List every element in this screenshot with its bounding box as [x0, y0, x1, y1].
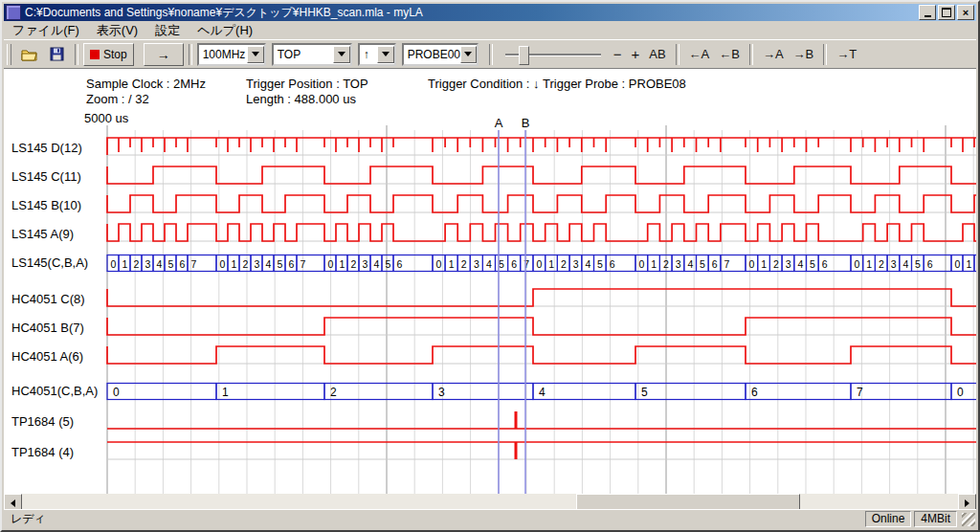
zoom-slider[interactable] [505, 45, 601, 64]
chevron-down-icon [338, 52, 345, 56]
menu-bar: ファイル(F) 表示(V) 設定 ヘルプ(H) [4, 22, 976, 38]
goto-trigger-button[interactable]: →T [832, 44, 861, 65]
status-ready-text: レディ [4, 511, 865, 527]
bus-cell-value: 4 [157, 258, 163, 270]
bus-cell-value: 0 [113, 386, 120, 399]
bus-cell-value: 5 [810, 258, 815, 270]
status-memory-badge: 4MBit [914, 511, 957, 527]
cursor-label-B: B [522, 116, 530, 130]
zoom-in-button[interactable]: + [626, 44, 644, 65]
bus-cell-value: 4 [797, 258, 803, 270]
close-button[interactable]: × [957, 5, 974, 20]
bus-cell-value: 2 [561, 258, 567, 270]
bus-cell-value: 5 [278, 258, 283, 270]
bus-cell-value: 1 [449, 258, 455, 270]
bus-cell [974, 255, 976, 272]
goto-cursor-a-button[interactable]: ←A [684, 44, 715, 65]
bus-cell-value: 6 [927, 258, 933, 270]
bus-cell-value: 3 [363, 258, 368, 270]
bus-cell-value: 2 [461, 258, 467, 270]
bus-cell-value: 6 [397, 258, 403, 270]
dropdown-button[interactable] [247, 46, 264, 63]
bus-cell-value: 3 [573, 258, 579, 270]
zoom-ab-button[interactable]: AB [644, 44, 670, 65]
toolbar-separator [749, 44, 753, 65]
bus-cell-value: 0 [855, 258, 860, 270]
goto-b-label: ←B [719, 47, 740, 61]
menu-settings[interactable]: 設定 [146, 21, 189, 40]
trigger-edge-combo[interactable]: ↑ [358, 43, 396, 66]
bus-cell [216, 384, 324, 400]
menu-file[interactable]: ファイル(F) [4, 21, 88, 40]
open-file-button[interactable] [15, 44, 44, 65]
bus-cell-value: 4 [266, 258, 272, 270]
bus-cell-value: 0 [436, 258, 442, 270]
bus-cell-value: 6 [610, 258, 615, 270]
minus-icon: − [613, 46, 622, 62]
bus-cell-value: 5 [386, 258, 391, 270]
status-online-badge: Online [865, 511, 912, 527]
bus-cell-value: 3 [676, 258, 681, 270]
bus-cell [851, 384, 951, 400]
toolbar-separator [75, 44, 78, 65]
bus-cell [951, 384, 976, 400]
sample-clock-combo[interactable]: 100MHz [197, 43, 266, 66]
trigger-probe-value: PROBE00 [404, 48, 460, 61]
stop-button[interactable]: Stop [83, 43, 134, 66]
bus-cell-value: 5 [499, 258, 504, 270]
dropdown-button[interactable] [333, 46, 350, 63]
bus-cell-value: 3 [891, 258, 897, 270]
resize-grip[interactable] [962, 513, 975, 526]
chevron-down-icon [382, 52, 390, 56]
bus-cell-value: 7 [523, 258, 529, 270]
bus-cell-value: 1 [232, 258, 237, 270]
trigger-position-combo[interactable]: TOP [272, 43, 352, 66]
bus-cell [635, 384, 746, 400]
waveform-canvas: 0123456701234567012345601234567012345601… [4, 69, 976, 498]
ab-label: AB [649, 47, 665, 61]
bus-cell-value: 2 [134, 258, 140, 270]
menu-view[interactable]: 表示(V) [88, 21, 146, 40]
minimize-button[interactable] [919, 5, 936, 20]
horizontal-scrollbar[interactable] [4, 494, 976, 510]
bus-cell-value: 3 [786, 258, 791, 270]
app-window: C:¥Documents and Settings¥noname¥デスクトップ¥… [0, 0, 980, 532]
stop-icon [90, 50, 100, 59]
zoom-out-button[interactable]: − [609, 44, 627, 65]
bus-cell-value: 4 [539, 386, 546, 399]
cursor-label-A: A [495, 116, 503, 130]
waveform-HC4051 B(7) [107, 318, 976, 335]
bus-cell-value: 2 [330, 386, 337, 399]
bus-cell-value: 6 [751, 386, 758, 399]
bus-cell-value: 0 [749, 258, 755, 270]
bus-cell-value: 0 [639, 258, 645, 270]
bus-cell [433, 384, 533, 400]
trigger-position-value: TOP [274, 48, 333, 61]
set-cursor-a-button[interactable]: →A [758, 44, 789, 65]
maximize-icon [942, 8, 951, 17]
trigger-probe-combo[interactable]: PROBE00 [402, 43, 479, 66]
save-button[interactable] [44, 44, 70, 65]
bus-cell-value: 2 [663, 258, 669, 270]
goto-trigger-label: →T [836, 47, 857, 61]
dropdown-button[interactable] [460, 46, 477, 63]
bus-cell-value: 0 [955, 258, 961, 270]
dropdown-button[interactable] [377, 46, 394, 63]
goto-cursor-b-button[interactable]: ←B [714, 44, 745, 65]
bus-cell-value: 4 [585, 258, 590, 270]
set-cursor-b-button[interactable]: →B [789, 44, 819, 65]
status-bar: レディ Online 4MBit [4, 509, 976, 527]
toolbar-separator [676, 44, 679, 65]
maximize-button[interactable] [938, 5, 955, 20]
menu-help[interactable]: ヘルプ(H) [189, 21, 261, 40]
app-icon [6, 5, 21, 20]
set-b-label: →B [793, 47, 814, 61]
run-button[interactable]: → [144, 43, 184, 66]
stop-label: Stop [103, 48, 127, 61]
title-bar: C:¥Documents and Settings¥noname¥デスクトップ¥… [4, 4, 976, 21]
toolbar-separator [823, 44, 827, 65]
waveform-LS145 A(9) [107, 224, 976, 241]
waveform-LS145 B(10) [107, 195, 976, 212]
bus-cell-value: 1 [651, 258, 657, 270]
slider-thumb[interactable] [519, 46, 529, 65]
